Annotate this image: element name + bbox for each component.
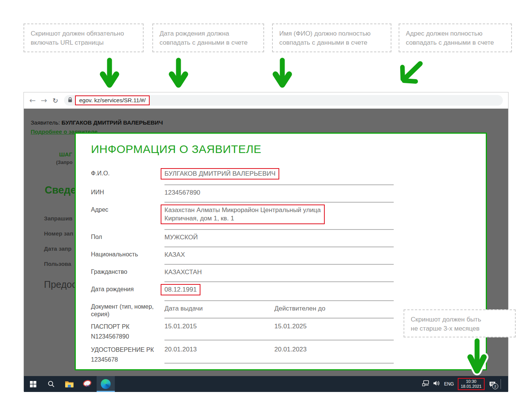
modal-title: ИНФОРМАЦИЯ О ЗАЯВИТЕЛЕ <box>91 143 486 156</box>
field-value: 08.12.1991 <box>164 282 394 301</box>
back-icon[interactable]: ← <box>27 96 38 105</box>
language-indicator[interactable]: ENG <box>443 381 455 387</box>
citizenship-value: КАЗАХСТАН <box>164 269 202 276</box>
bg-fragment-row: Запрашив <box>44 215 72 222</box>
snipping-tool-button[interactable]: ✂ <box>78 376 97 392</box>
callout-address-requirement: Адрес должен полностью совпадать с данны… <box>399 23 512 52</box>
nationality-value: КАЗАХ <box>164 251 185 258</box>
field-label: Национальность <box>91 247 164 258</box>
edge-icon <box>101 379 111 389</box>
iin-value: 1234567890 <box>164 189 200 196</box>
diagonal-arrow-icon <box>398 60 424 86</box>
field-row-fio: Ф.И.О. БУЛГАКОВ ДМИТРИЙ ВАЛЕРЬЕВИЧ <box>91 166 394 185</box>
document-columns: Дата выдачи Действителен до <box>164 301 394 318</box>
document-row-id-card: УДОСТОВЕРЕНИЕ РК 12345678 20.01.2013 20.… <box>91 342 394 365</box>
field-value: КАЗАХСТАН <box>164 265 394 282</box>
show-desktop-button[interactable] <box>504 376 506 392</box>
bg-fragment-row: Дата запр <box>44 245 72 252</box>
column-valid-until: Действителен до <box>274 304 394 313</box>
field-label: Пол <box>91 230 164 241</box>
windows-logo-icon <box>30 381 36 387</box>
field-label: Гражданство <box>91 265 164 276</box>
browser-window: ← → ↻ egov. kz/services/SR.11/#/ Заявите… <box>23 92 509 391</box>
callout-name-requirement: Имя (ФИО) должно полностью совпадать с д… <box>272 23 391 52</box>
valid-until-date: 20.01.2023 <box>274 345 394 354</box>
applicant-label: Заявитель: <box>31 119 60 126</box>
browser-toolbar: ← → ↻ egov. kz/services/SR.11/#/ <box>24 92 508 109</box>
field-row-address: Адрес Казахстан Алматы Микрорайон Центра… <box>91 203 394 230</box>
field-value: КАЗАХ <box>164 247 394 265</box>
bg-fragment-footer: Предос <box>44 279 77 290</box>
field-value: МУЖСКОЙ <box>164 230 394 247</box>
address-bar[interactable]: egov. kz/services/SR.11/#/ <box>64 95 503 106</box>
scissors-glyph: ✂ <box>86 383 90 389</box>
snipping-tool-icon: ✂ <box>83 379 92 389</box>
volume-icon[interactable] <box>433 380 440 388</box>
document-type: ПАСПОРТ РК <box>91 322 160 332</box>
taskbar-clock[interactable]: 10:30 18.01.2021 <box>458 378 485 390</box>
network-icon[interactable] <box>422 380 430 388</box>
callout-line: Скриншот должен обязательно <box>31 29 136 38</box>
field-value: БУЛГАКОВ ДМИТРИЙ ВАЛЕРЬЕВИЧ <box>164 166 394 185</box>
field-row-iin: ИИН 1234567890 <box>91 185 394 203</box>
callout-line: Имя (ФИО) должно полностью <box>279 29 384 38</box>
callout-line: Дата рождения должна <box>160 29 257 38</box>
document-row-passport: ПАСПОРТ РК N1234567890 15.01.2015 15.01.… <box>91 318 394 342</box>
callout-url-requirement: Скриншот должен обязательно включать URL… <box>23 23 144 52</box>
document-dates: 20.01.2013 20.01.2023 <box>164 342 394 364</box>
issue-date: 20.01.2013 <box>164 345 274 354</box>
tray-separator <box>501 379 501 389</box>
callout-line: совпадать с данными в счете <box>279 38 384 47</box>
field-row-gender: Пол МУЖСКОЙ <box>91 230 394 247</box>
field-value: Казахстан Алматы Микрорайон Центральный … <box>164 203 394 230</box>
search-icon <box>47 380 55 388</box>
document-name: УДОСТОВЕРЕНИЕ РК 12345678 <box>91 342 164 365</box>
callout-line: совпадать с данными в счете <box>406 38 505 47</box>
document-number: N1234567890 <box>91 332 160 342</box>
callout-line: Адрес должен полностью <box>406 29 505 38</box>
field-row-birthdate: Дата рождения 08.12.1991 <box>91 282 394 301</box>
folder-icon <box>65 380 74 388</box>
document-name: ПАСПОРТ РК N1234567890 <box>91 318 164 342</box>
fio-value: БУЛГАКОВ ДМИТРИЙ ВАЛЕРЬЕВИЧ <box>164 170 275 177</box>
field-label: Адрес <box>91 203 164 214</box>
bg-fragment-row: Номер зап <box>44 230 73 237</box>
start-button[interactable] <box>24 376 42 392</box>
callout-line: включать URL страницы <box>31 38 136 47</box>
clock-time: 10:30 <box>461 379 482 384</box>
system-tray: ENG 10:30 18.01.2021 2 <box>422 376 506 392</box>
bg-fragment-row: Пользова <box>44 261 71 267</box>
valid-until-date: 15.01.2025 <box>274 322 394 331</box>
field-label: Документ (тип, номер, серия) <box>91 301 164 318</box>
action-center-button[interactable]: 2 <box>488 379 497 389</box>
document-type: УДОСТОВЕРЕНИЕ РК <box>91 345 160 355</box>
field-label: ИИН <box>91 185 164 196</box>
reload-icon[interactable]: ↻ <box>50 97 61 105</box>
notification-badge: 2 <box>492 383 498 389</box>
forward-icon[interactable]: → <box>38 96 50 105</box>
down-arrow-icon <box>99 58 120 91</box>
issue-date: 15.01.2015 <box>164 322 274 331</box>
lock-icon <box>68 97 72 104</box>
callout-birthdate-requirement: Дата рождения должна совпадать с данными… <box>152 23 264 52</box>
search-button[interactable] <box>42 376 60 392</box>
annotated-instruction-image: Скриншот должен обязательно включать URL… <box>0 0 532 409</box>
column-issue-date: Дата выдачи <box>164 304 274 313</box>
applicant-name: БУЛГАКОВ ДМИТРИЙ ВАЛЕРЬЕВИЧ <box>61 119 163 126</box>
highlight-box-birthdate: 08.12.1991 <box>161 284 200 295</box>
windows-taskbar: ✂ <box>24 376 508 392</box>
field-label: Дата рождения <box>91 282 164 293</box>
down-arrow-icon <box>168 58 189 91</box>
file-explorer-button[interactable] <box>60 376 78 392</box>
field-row-nationality: Национальность КАЗАХ <box>91 247 394 265</box>
edge-browser-button[interactable] <box>97 376 115 392</box>
bg-fragment-step: ШАГ <box>59 151 72 158</box>
callout-line: не старше 3-х месяцев <box>411 324 509 333</box>
down-arrow-to-clock-icon <box>465 337 489 378</box>
document-number: 12345678 <box>91 355 160 365</box>
field-value: 1234567890 <box>164 185 394 203</box>
url-text-highlight[interactable]: egov. kz/services/SR.11/#/ <box>75 95 150 105</box>
birthdate-value: 08.12.1991 <box>164 286 197 293</box>
highlight-box-address: Казахстан Алматы Микрорайон Центральный … <box>161 204 325 224</box>
callout-line: совпадать с данными в счете <box>160 38 257 47</box>
